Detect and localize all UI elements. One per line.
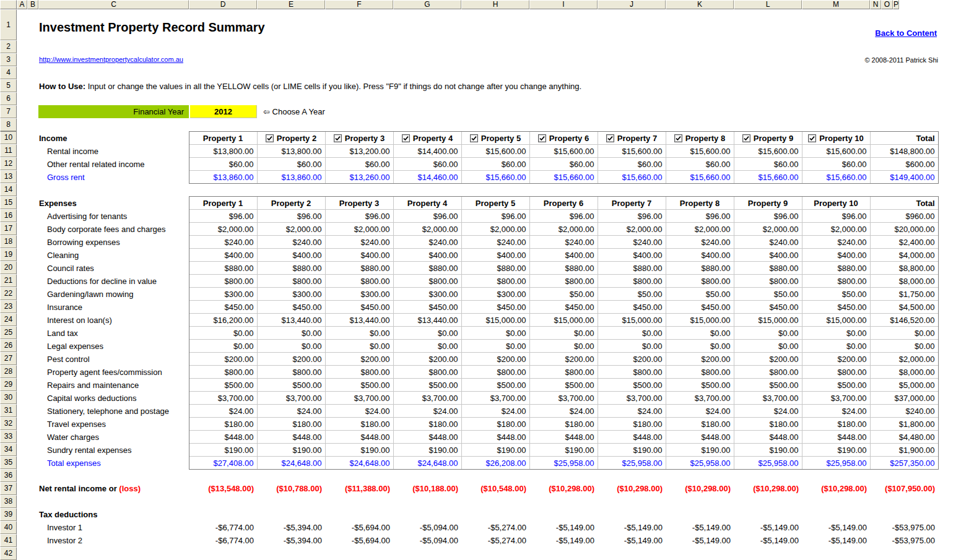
- row-header-31[interactable]: 31: [0, 404, 17, 417]
- expenses-value-cell[interactable]: $146,520.00: [870, 314, 938, 327]
- expenses-value-cell[interactable]: $3,700.00: [461, 392, 529, 405]
- property-checkbox[interactable]: [266, 134, 274, 142]
- income-value-cell[interactable]: $15,660.00: [461, 171, 529, 184]
- expenses-value-cell[interactable]: $2,000.00: [189, 223, 257, 236]
- expenses-value-cell[interactable]: $3,700.00: [529, 392, 598, 405]
- expenses-value-cell[interactable]: $180.00: [325, 418, 393, 431]
- expenses-value-cell[interactable]: $15,000.00: [529, 314, 598, 327]
- expenses-value-cell[interactable]: $200.00: [189, 353, 257, 366]
- tax-value-cell[interactable]: -$6,774.00: [189, 521, 257, 534]
- tax-value-cell[interactable]: -$5,274.00: [461, 534, 529, 547]
- expenses-value-cell[interactable]: $400.00: [802, 249, 870, 262]
- expenses-value-cell[interactable]: $96.00: [734, 210, 802, 223]
- income-value-cell[interactable]: $60.00: [325, 158, 393, 171]
- expenses-value-cell[interactable]: $2,000.00: [734, 223, 802, 236]
- expenses-value-cell[interactable]: $0.00: [802, 327, 870, 340]
- income-value-cell[interactable]: $60.00: [598, 158, 666, 171]
- expenses-value-cell[interactable]: $500.00: [189, 379, 257, 392]
- income-value-cell[interactable]: $15,660.00: [802, 171, 870, 184]
- expenses-value-cell[interactable]: $800.00: [461, 275, 529, 288]
- expenses-value-cell[interactable]: $200.00: [666, 353, 734, 366]
- expenses-value-cell[interactable]: $200.00: [325, 353, 393, 366]
- net-income-value-cell[interactable]: ($13,548.00): [189, 482, 257, 495]
- row-header-28[interactable]: 28: [0, 365, 17, 378]
- expenses-value-cell[interactable]: $24.00: [393, 405, 461, 418]
- net-income-value-cell[interactable]: ($11,388.00): [325, 482, 393, 495]
- back-to-content-link[interactable]: Back to Content: [870, 28, 937, 38]
- column-header-P[interactable]: P: [893, 0, 899, 9]
- expenses-value-cell[interactable]: $4,480.00: [870, 431, 938, 444]
- row-header-22[interactable]: 22: [0, 287, 17, 300]
- expenses-value-cell[interactable]: $3,700.00: [598, 392, 666, 405]
- expenses-value-cell[interactable]: $200.00: [461, 353, 529, 366]
- income-value-cell[interactable]: $13,860.00: [257, 171, 325, 184]
- expenses-value-cell[interactable]: $500.00: [734, 379, 802, 392]
- column-header-C[interactable]: C: [38, 0, 189, 9]
- expenses-value-cell[interactable]: $880.00: [393, 262, 461, 275]
- column-header-E[interactable]: E: [257, 0, 325, 9]
- expenses-value-cell[interactable]: $448.00: [529, 431, 598, 444]
- income-value-cell[interactable]: $60.00: [257, 158, 325, 171]
- property-checkbox[interactable]: [334, 134, 342, 142]
- row-header-33[interactable]: 33: [0, 430, 17, 443]
- expenses-value-cell[interactable]: $0.00: [734, 340, 802, 353]
- expenses-value-cell[interactable]: $450.00: [734, 301, 802, 314]
- row-header-1[interactable]: 1: [0, 9, 17, 40]
- expenses-value-cell[interactable]: $50.00: [598, 288, 666, 301]
- row-header-16[interactable]: 16: [0, 209, 17, 222]
- net-income-value-cell[interactable]: ($10,548.00): [461, 482, 529, 495]
- expenses-value-cell[interactable]: $0.00: [257, 340, 325, 353]
- expenses-value-cell[interactable]: $180.00: [393, 418, 461, 431]
- expenses-value-cell[interactable]: $3,700.00: [189, 392, 257, 405]
- income-value-cell[interactable]: $13,200.00: [325, 145, 393, 158]
- expenses-value-cell[interactable]: $15,000.00: [461, 314, 529, 327]
- tax-value-cell[interactable]: -$53,975.00: [870, 534, 938, 547]
- expenses-value-cell[interactable]: $190.00: [189, 444, 257, 457]
- select-all-corner[interactable]: [0, 0, 17, 9]
- expenses-value-cell[interactable]: $27,408.00: [189, 457, 257, 470]
- column-header-D[interactable]: D: [189, 0, 257, 9]
- tax-value-cell[interactable]: -$5,149.00: [802, 521, 870, 534]
- row-header-26[interactable]: 26: [0, 339, 17, 352]
- income-value-cell[interactable]: $15,660.00: [598, 171, 666, 184]
- expenses-value-cell[interactable]: $1,750.00: [870, 288, 938, 301]
- expenses-value-cell[interactable]: $880.00: [734, 262, 802, 275]
- expenses-value-cell[interactable]: $24.00: [325, 405, 393, 418]
- row-header-11[interactable]: 11: [0, 144, 17, 157]
- expenses-value-cell[interactable]: $13,440.00: [257, 314, 325, 327]
- expenses-value-cell[interactable]: $960.00: [870, 210, 938, 223]
- income-value-cell[interactable]: $60.00: [802, 158, 870, 171]
- expenses-value-cell[interactable]: $2,000.00: [393, 223, 461, 236]
- expenses-value-cell[interactable]: $500.00: [666, 379, 734, 392]
- income-value-cell[interactable]: $60.00: [461, 158, 529, 171]
- net-income-value-cell[interactable]: ($10,298.00): [802, 482, 870, 495]
- expenses-value-cell[interactable]: $3,700.00: [393, 392, 461, 405]
- net-income-value-cell[interactable]: ($10,788.00): [257, 482, 325, 495]
- row-header-17[interactable]: 17: [0, 222, 17, 235]
- income-value-cell[interactable]: $15,660.00: [666, 171, 734, 184]
- row-header-20[interactable]: 20: [0, 261, 17, 274]
- expenses-value-cell[interactable]: $450.00: [529, 301, 598, 314]
- expenses-value-cell[interactable]: $180.00: [529, 418, 598, 431]
- expenses-value-cell[interactable]: $448.00: [325, 431, 393, 444]
- row-header-27[interactable]: 27: [0, 352, 17, 365]
- net-income-value-cell[interactable]: ($10,298.00): [529, 482, 598, 495]
- column-header-G[interactable]: G: [393, 0, 461, 9]
- expenses-value-cell[interactable]: $800.00: [802, 275, 870, 288]
- income-column-header[interactable]: Total: [870, 132, 938, 145]
- expenses-value-cell[interactable]: $190.00: [734, 444, 802, 457]
- expenses-value-cell[interactable]: $24,648.00: [257, 457, 325, 470]
- tax-value-cell[interactable]: -$5,149.00: [734, 521, 802, 534]
- expenses-value-cell[interactable]: $8,800.00: [870, 262, 938, 275]
- expenses-value-cell[interactable]: $0.00: [461, 327, 529, 340]
- expenses-column-header[interactable]: Property 1: [189, 197, 257, 210]
- expenses-value-cell[interactable]: $240.00: [257, 236, 325, 249]
- expenses-value-cell[interactable]: $24,648.00: [393, 457, 461, 470]
- income-value-cell[interactable]: $60.00: [529, 158, 598, 171]
- expenses-value-cell[interactable]: $2,000.00: [461, 223, 529, 236]
- expenses-value-cell[interactable]: $0.00: [598, 340, 666, 353]
- expenses-value-cell[interactable]: $0.00: [734, 327, 802, 340]
- net-income-value-cell[interactable]: ($10,298.00): [734, 482, 802, 495]
- column-header-F[interactable]: F: [325, 0, 393, 9]
- expenses-value-cell[interactable]: $24.00: [529, 405, 598, 418]
